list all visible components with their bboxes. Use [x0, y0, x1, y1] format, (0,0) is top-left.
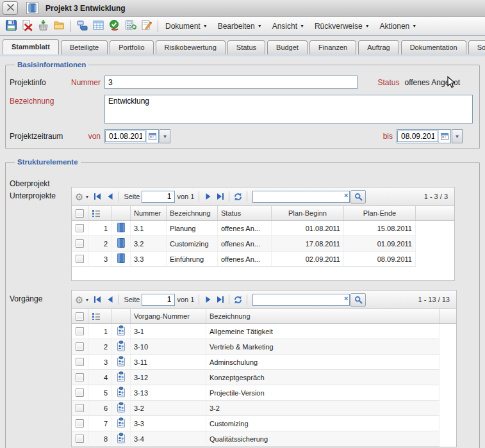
prev-page-button[interactable]: [104, 294, 116, 306]
import-basket-button[interactable]: [35, 19, 51, 34]
row-checkbox[interactable]: [76, 358, 84, 366]
col-bezeichnung[interactable]: Bezeichnung: [167, 206, 218, 220]
book-icon[interactable]: [116, 237, 126, 250]
clipboard-people-icon[interactable]: [116, 433, 126, 445]
refresh-button[interactable]: [232, 191, 244, 203]
col-vorgang-nummer[interactable]: Vorgang-Nummer: [131, 309, 206, 323]
open-folder-button[interactable]: [51, 19, 67, 34]
row-checkbox[interactable]: [76, 419, 84, 428]
vorgang-table-row[interactable]: 13-1Allgemeine Tätigkeit: [72, 324, 456, 339]
vorgang-table-row[interactable]: 73-3Customizing: [72, 416, 456, 431]
vorgang-table-row[interactable]: 53-13Projectile-Version: [72, 385, 456, 401]
prev-page-button[interactable]: [104, 191, 116, 203]
row-checkbox[interactable]: [76, 404, 84, 412]
tab-portfolio[interactable]: Portfolio: [110, 40, 153, 54]
vorgang-table-row[interactable]: 43-12Konzeptgespräch: [72, 370, 456, 385]
unterprojekt-table-row[interactable]: 23.2Customizingoffenes An...17.08.201101…: [72, 236, 454, 252]
tab-dokumentation[interactable]: Dokumentation: [401, 40, 466, 54]
hierarchy-button[interactable]: [74, 19, 90, 34]
menu-dokument[interactable]: Dokument▼: [165, 22, 208, 31]
row-checkbox[interactable]: [76, 239, 84, 248]
last-page-button[interactable]: [214, 294, 226, 306]
row-checkbox[interactable]: [76, 388, 84, 397]
von-date-input[interactable]: [105, 131, 146, 142]
delete-document-button[interactable]: [19, 19, 35, 34]
row-checkbox[interactable]: [76, 255, 84, 263]
book-icon[interactable]: [116, 253, 126, 265]
unterprojekt-table-row[interactable]: 33.3Einführungoffenes An...02.09.201108.…: [72, 252, 454, 267]
row-number: 3: [88, 355, 111, 370]
book-icon[interactable]: [116, 222, 126, 234]
clipboard-people-icon[interactable]: [116, 325, 126, 337]
recalculate-button[interactable]: [122, 19, 138, 34]
next-page-button[interactable]: [202, 294, 214, 306]
tab-beteiligte[interactable]: Beteiligte: [61, 40, 108, 54]
search-button[interactable]: [350, 293, 366, 307]
tab-sonstiges[interactable]: Sonstiges: [468, 40, 485, 54]
col-plan-beginn[interactable]: Plan-Beginn: [272, 206, 344, 220]
first-page-button[interactable]: [92, 294, 104, 306]
save-button[interactable]: [3, 19, 19, 34]
menu-ansicht[interactable]: Ansicht▼: [272, 22, 304, 31]
page-number-input[interactable]: [142, 294, 175, 306]
menu-aktionen[interactable]: Aktionen▼: [380, 22, 417, 31]
row-checkbox[interactable]: [76, 435, 84, 443]
row-checkbox[interactable]: [76, 373, 84, 381]
tab-budget[interactable]: Budget: [267, 40, 308, 54]
tab-stammblatt[interactable]: Stammblatt: [3, 39, 59, 54]
row-checkbox[interactable]: [76, 327, 84, 335]
edit-note-button[interactable]: [138, 19, 154, 34]
cell-filler: [440, 431, 456, 447]
clipboard-people-icon[interactable]: [116, 402, 126, 414]
col-plan-ende[interactable]: Plan-Ende: [344, 206, 416, 220]
grid-settings-button[interactable]: ⚙▼: [75, 192, 89, 202]
clipboard-people-icon[interactable]: [116, 340, 126, 353]
page-number-input[interactable]: [142, 191, 175, 203]
von-dropdown-button[interactable]: ▼: [160, 129, 170, 143]
row-checkbox[interactable]: [76, 224, 84, 232]
clear-search-icon[interactable]: ×: [344, 294, 348, 302]
menu-bearbeiten[interactable]: Bearbeiten▼: [218, 22, 262, 31]
first-page-button[interactable]: [92, 191, 104, 203]
col-status[interactable]: Status: [218, 206, 272, 220]
clipboard-people-icon[interactable]: [116, 356, 126, 368]
select-all-checkbox[interactable]: [76, 312, 84, 321]
close-button[interactable]: [3, 1, 18, 15]
refresh-button[interactable]: [232, 294, 244, 306]
clipboard-people-icon[interactable]: [116, 417, 126, 429]
sort-order-column-header[interactable]: [88, 206, 111, 220]
tab-auftrag[interactable]: Auftrag: [358, 40, 399, 54]
bis-calendar-button[interactable]: [438, 130, 450, 143]
clipboard-people-icon[interactable]: [116, 387, 126, 399]
clear-search-icon[interactable]: ×: [344, 191, 348, 199]
tab-finanzen[interactable]: Finanzen: [309, 40, 356, 54]
sort-order-column-header[interactable]: [88, 309, 111, 323]
next-page-button[interactable]: [202, 191, 214, 203]
unterprojekt-table-row[interactable]: 13.1Planungoffenes An...01.08.201115.08.…: [72, 221, 454, 236]
last-page-button[interactable]: [214, 191, 226, 203]
grid-search-input[interactable]: [252, 294, 350, 306]
bezeichnung-textarea[interactable]: [104, 95, 473, 124]
tab-status[interactable]: Status: [227, 40, 265, 54]
table-view-button[interactable]: [90, 19, 106, 34]
col-nummer[interactable]: Nummer: [131, 206, 167, 220]
row-checkbox[interactable]: [76, 342, 84, 351]
row-checkbox-cell: [72, 324, 88, 339]
search-button[interactable]: [350, 190, 366, 204]
approve-button[interactable]: [106, 19, 122, 34]
grid-settings-button[interactable]: ⚙▼: [75, 295, 89, 305]
select-all-checkbox[interactable]: [76, 209, 84, 218]
vorgang-table-row[interactable]: 23-10Vertrieb & Marketing: [72, 339, 456, 355]
nummer-input[interactable]: [104, 76, 358, 89]
vorgang-table-row[interactable]: 33-11Adminschulung: [72, 355, 456, 370]
vorgang-table-row[interactable]: 63-23-2: [72, 401, 456, 416]
bis-date-input[interactable]: [397, 131, 438, 142]
vorgang-table-row[interactable]: 83-4Qualitätssicherung: [72, 431, 456, 447]
col-bezeichnung[interactable]: Bezeichnung: [206, 309, 440, 323]
clipboard-people-icon[interactable]: [116, 371, 126, 383]
tab-risikobewertung[interactable]: Risikobewertung: [156, 40, 226, 54]
menu-rckverweise[interactable]: Rückverweise▼: [315, 22, 370, 31]
von-calendar-button[interactable]: [146, 130, 158, 143]
bis-dropdown-button[interactable]: ▼: [452, 129, 463, 143]
grid-search-input[interactable]: [252, 191, 350, 203]
